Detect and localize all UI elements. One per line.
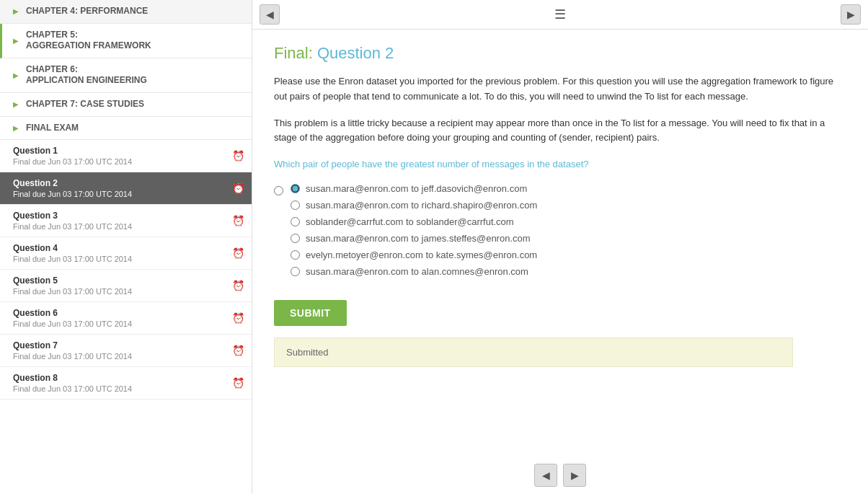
q1-due: Final due Jun 03 17:00 UTC 2014: [13, 157, 132, 166]
q3-alarm-icon: ⏰: [232, 215, 244, 226]
q6-alarm-icon: ⏰: [232, 312, 244, 324]
q4-title: Question 4: [13, 243, 132, 253]
option-row-3: soblander@carrfut.com to soblander@carrf…: [291, 216, 537, 227]
description-1: Please use the Enron dataset you importe…: [274, 74, 846, 105]
q4-alarm-icon: ⏰: [232, 247, 244, 259]
sidebar-item-q6[interactable]: Question 6 Final due Jun 03 17:00 UTC 20…: [0, 302, 252, 335]
q5-alarm-icon: ⏰: [232, 280, 244, 291]
option-row-5: evelyn.metoyer@enron.com to kate.symes@e…: [291, 250, 537, 260]
q6-title: Question 6: [13, 308, 132, 318]
q1-alarm-icon: ⏰: [232, 150, 244, 162]
option-radio-6[interactable]: [291, 267, 300, 276]
q1-title: Question 1: [13, 146, 132, 156]
q5-due: Final due Jun 03 17:00 UTC 2014: [13, 287, 132, 296]
q2-title: Question 2: [13, 178, 132, 188]
option-radio-3[interactable]: [291, 217, 300, 226]
q3-title: Question 3: [13, 211, 132, 221]
sidebar-item-ch4[interactable]: ▶ CHAPTER 4: PERFORMANCE: [0, 0, 252, 24]
option-row-1: susan.mara@enron.com to jeff.dasovich@en…: [291, 183, 537, 194]
option-row-2: susan.mara@enron.com to richard.shapiro@…: [291, 200, 537, 211]
q2-due: Final due Jun 03 17:00 UTC 2014: [13, 190, 132, 198]
sidebar-item-final[interactable]: ▶ FINAL EXAM: [0, 117, 252, 141]
option-row-4: susan.mara@enron.com to james.steffes@en…: [291, 233, 537, 244]
sidebar-item-ch5[interactable]: ▶ CHAPTER 5: AGGREGATION FRAMEWORK: [0, 24, 252, 58]
content-area: Final: Question 2 Please use the Enron d…: [252, 30, 868, 456]
option-radio-4[interactable]: [291, 234, 300, 243]
sidebar-item-ch7[interactable]: ▶ CHAPTER 7: CASE STUDIES: [0, 93, 252, 117]
inner-options: susan.mara@enron.com to jeff.dasovich@en…: [291, 183, 537, 283]
q8-due: Final due Jun 03 17:00 UTC 2014: [13, 384, 132, 393]
ch5-label: CHAPTER 5: AGGREGATION FRAMEWORK: [26, 30, 151, 52]
option-label-2: susan.mara@enron.com to richard.shapiro@…: [306, 200, 537, 211]
q3-due: Final due Jun 03 17:00 UTC 2014: [13, 222, 132, 231]
option-label-3: soblander@carrfut.com to soblander@carrf…: [306, 216, 514, 227]
option-radio-1[interactable]: [291, 184, 300, 193]
sidebar: ▶ CHAPTER 4: PERFORMANCE ▶ CHAPTER 5: AG…: [0, 0, 252, 494]
question-title: Final: Question 2: [274, 44, 846, 63]
sidebar-item-ch6[interactable]: ▶ CHAPTER 6: APPLICATION ENGINEERING: [0, 58, 252, 93]
final-arrow: ▶: [13, 124, 19, 132]
options-container: susan.mara@enron.com to jeff.dasovich@en…: [274, 183, 846, 283]
ch7-arrow: ▶: [13, 100, 19, 108]
sidebar-item-q5[interactable]: Question 5 Final due Jun 03 17:00 UTC 20…: [0, 270, 252, 302]
bottom-prev-button[interactable]: ◀: [534, 464, 557, 487]
option-label-5: evelyn.metoyer@enron.com to kate.symes@e…: [306, 250, 537, 260]
sidebar-item-q1[interactable]: Question 1 Final due Jun 03 17:00 UTC 20…: [0, 140, 252, 172]
sidebar-item-q4[interactable]: Question 4 Final due Jun 03 17:00 UTC 20…: [0, 237, 252, 270]
ch4-label: CHAPTER 4: PERFORMANCE: [26, 6, 148, 17]
sidebar-item-q3[interactable]: Question 3 Final due Jun 03 17:00 UTC 20…: [0, 205, 252, 237]
title-main: Question 2: [317, 44, 394, 62]
final-label: FINAL EXAM: [26, 123, 79, 134]
top-nav-bar: ◀ ☰ ▶: [252, 0, 868, 30]
q4-due: Final due Jun 03 17:00 UTC 2014: [13, 255, 132, 263]
ch7-label: CHAPTER 7: CASE STUDIES: [26, 99, 144, 110]
outer-radio-group: susan.mara@enron.com to jeff.dasovich@en…: [274, 183, 846, 283]
menu-icon[interactable]: ☰: [554, 6, 566, 22]
next-button[interactable]: ▶: [841, 4, 861, 25]
q8-alarm-icon: ⏰: [232, 377, 244, 389]
option-radio-2[interactable]: [291, 200, 300, 210]
main-content: ◀ ☰ ▶ Final: Question 2 Please use the E…: [252, 0, 868, 494]
title-prefix: Final:: [274, 44, 317, 62]
submit-button[interactable]: SUBMIT: [274, 300, 347, 326]
q7-alarm-icon: ⏰: [232, 345, 244, 356]
option-label-4: susan.mara@enron.com to james.steffes@en…: [306, 233, 531, 244]
description-2: This problem is a little tricky because …: [274, 116, 846, 146]
q7-due: Final due Jun 03 17:00 UTC 2014: [13, 352, 132, 361]
ch6-label: CHAPTER 6: APPLICATION ENGINEERING: [26, 64, 147, 87]
q7-title: Question 7: [13, 340, 132, 350]
option-label-1: susan.mara@enron.com to jeff.dasovich@en…: [306, 183, 527, 194]
sidebar-item-q8[interactable]: Question 8 Final due Jun 03 17:00 UTC 20…: [0, 367, 252, 400]
bottom-next-button[interactable]: ▶: [563, 464, 586, 487]
ch4-arrow: ▶: [13, 7, 19, 15]
ch6-arrow: ▶: [13, 71, 19, 79]
q8-title: Question 8: [13, 373, 132, 383]
submitted-status-box: Submitted: [274, 338, 793, 367]
sidebar-item-q7[interactable]: Question 7 Final due Jun 03 17:00 UTC 20…: [0, 335, 252, 367]
submitted-text: Submitted: [286, 347, 329, 358]
bottom-nav-bar: ◀ ▶: [252, 456, 868, 494]
q5-title: Question 5: [13, 275, 132, 286]
option-radio-5[interactable]: [291, 250, 300, 260]
ch5-arrow: ▶: [13, 37, 19, 45]
q6-due: Final due Jun 03 17:00 UTC 2014: [13, 319, 132, 328]
outer-radio-input[interactable]: [274, 186, 283, 195]
prev-button[interactable]: ◀: [260, 4, 280, 25]
option-row-6: susan.mara@enron.com to alan.comnes@enro…: [291, 266, 537, 277]
option-label-6: susan.mara@enron.com to alan.comnes@enro…: [306, 266, 528, 277]
question-prompt: Which pair of people have the greatest n…: [274, 157, 846, 172]
q2-alarm-icon: ⏰: [232, 182, 244, 194]
sidebar-item-q2[interactable]: Question 2 Final due Jun 03 17:00 UTC 20…: [0, 172, 252, 205]
